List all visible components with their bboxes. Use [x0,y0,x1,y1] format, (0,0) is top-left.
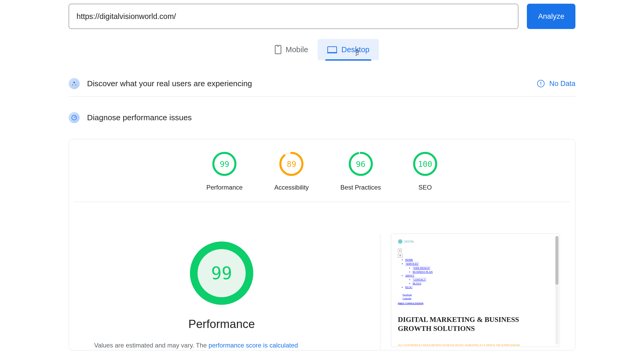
no-data-indicator[interactable]: ! No Data [537,80,575,88]
lab-data-title: Diagnose performance issues [87,113,575,122]
big-performance-value: 99 [211,263,232,283]
tab-mobile[interactable]: Mobile [265,39,318,60]
screenshot-panel: DIGITAL ≡ ✕ HOME SERVICES WEB DESIGN BUS… [391,234,570,350]
gauge-accessibility-value: 89 [287,159,296,168]
search-bar: Analyze [69,4,575,29]
gauge-best-practices-label: Best Practices [340,184,381,191]
report-card: 99 Performance 89 Accessibility 96 Best … [69,139,575,350]
device-tabs: Mobile Desktop [69,39,575,60]
preview-cta: FREE CONSULTATION [398,302,553,305]
preview-heading: DIGITAL MARKETING & BUSINESS GROWTH SOLU… [398,315,553,333]
preview-nav: HOME SERVICES WEB DESIGN BUSINESS PLAN A… [398,258,553,289]
detail-title: Performance [74,317,370,331]
gauge-best-practices[interactable]: 96 Best Practices [340,151,381,191]
field-data-section-header: Discover what your real users are experi… [69,78,575,97]
preview-hamburger-icon: ≡ [398,249,402,252]
tab-desktop-label: Desktop [341,45,369,54]
preview-social: Facebook LinkedIn [398,293,553,301]
performance-score-link[interactable]: performance score is calculated [209,342,298,349]
gauge-accessibility[interactable]: 89 Accessibility [274,151,309,191]
gauge-seo-label: SEO [413,184,438,191]
gauge-performance-label: Performance [206,184,242,191]
field-data-icon [69,78,80,89]
url-input[interactable] [69,4,518,29]
lab-data-section-header: Diagnose performance issues [69,112,575,131]
preview-logo: DIGITAL [398,239,553,244]
svg-point-7 [75,84,76,85]
gauge-accessibility-label: Accessibility [274,184,309,191]
diagnose-icon [69,112,80,123]
big-performance-gauge: 99 [190,242,253,305]
preview-scrollbar [555,236,559,345]
analyze-button[interactable]: Analyze [527,4,575,29]
gauge-seo-value: 100 [418,159,432,168]
gauge-performance[interactable]: 99 Performance [206,151,242,191]
preview-close-icon: ✕ [398,254,403,258]
detail-desc-text: Values are estimated and may vary. The [94,342,209,349]
svg-point-6 [72,84,73,85]
svg-rect-2 [328,47,337,52]
info-icon: ! [537,80,545,87]
tab-mobile-label: Mobile [286,45,308,54]
gauge-best-practices-value: 96 [356,159,365,168]
svg-point-5 [73,82,75,83]
gauge-performance-value: 99 [220,159,229,168]
tab-desktop[interactable]: Desktop [318,39,379,60]
detail-row: 99 Performance Values are estimated and … [74,234,570,350]
svg-line-9 [74,117,75,118]
no-data-label: No Data [549,80,575,88]
detail-performance-panel: 99 Performance Values are estimated and … [74,234,380,350]
page-screenshot: DIGITAL ≡ ✕ HOME SERVICES WEB DESIGN BUS… [391,234,560,347]
mobile-icon [275,45,282,54]
detail-description: Values are estimated and may vary. The p… [74,341,370,350]
gauge-seo[interactable]: 100 SEO [413,151,438,191]
field-data-title: Discover what your real users are experi… [87,79,537,88]
desktop-icon [327,46,337,54]
preview-subheading: ALL CUSTOMIZED & UNIQUE METHOD LEVERAGE … [398,344,553,347]
gauge-row: 99 Performance 89 Accessibility 96 Best … [74,151,570,202]
